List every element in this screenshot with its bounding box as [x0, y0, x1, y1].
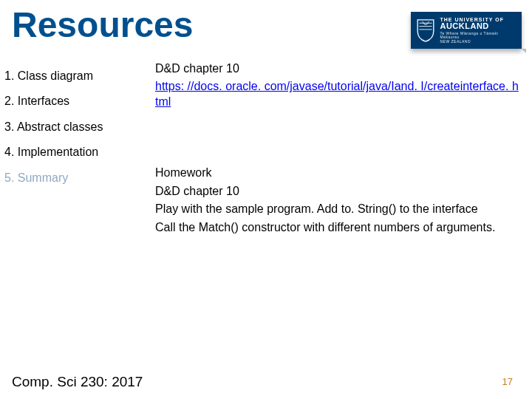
university-logo: THE UNIVERSITY OF AUCKLAND Te Whare Wāna…: [411, 12, 522, 49]
course-footer: Comp. Sci 230: 2017: [12, 374, 143, 390]
nav-item-2[interactable]: 2. Interfaces: [4, 89, 140, 114]
hw-title: Homework: [155, 166, 522, 180]
content-dd: D&D chapter 10: [155, 61, 522, 76]
nav-list: 1. Class diagram2. Interfaces3. Abstract…: [4, 64, 140, 191]
hw-line2: Play with the sample program. Add to. St…: [155, 202, 522, 216]
slide-content: D&D chapter 10 https: //docs. oracle. co…: [155, 61, 522, 238]
logo-line4: NEW ZEALAND: [440, 40, 517, 44]
nav-item-5[interactable]: 5. Summary: [4, 166, 140, 191]
page-title: Resources: [12, 4, 193, 45]
hw-line1: D&D chapter 10: [155, 184, 522, 199]
nav-item-3[interactable]: 3. Abstract classes: [4, 115, 140, 140]
logo-line2: AUCKLAND: [440, 22, 517, 31]
logo-line3: Te Whare Wānanga o Tāmaki Makaurau: [440, 32, 517, 40]
hw-line3: Call the Match() constructor with differ…: [155, 220, 522, 235]
page-number: 17: [502, 376, 513, 387]
nav-item-4[interactable]: 4. Implementation: [4, 140, 140, 165]
crest-icon: [415, 17, 435, 44]
content-link[interactable]: https: //docs. oracle. com/javase/tutori…: [155, 80, 519, 107]
nav-item-1[interactable]: 1. Class diagram: [4, 64, 140, 89]
